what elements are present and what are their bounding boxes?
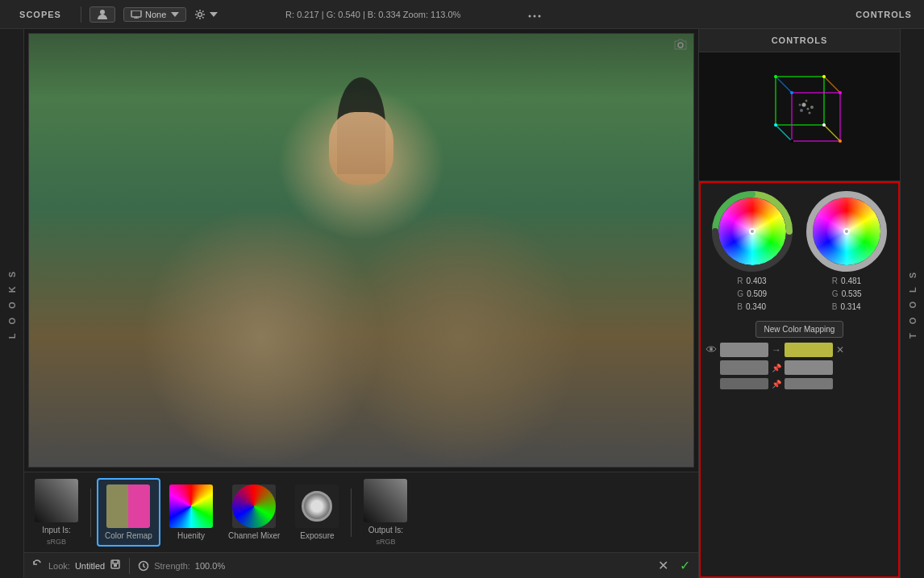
svg-point-3: [529, 15, 531, 17]
strength-prefix: Strength:: [154, 561, 190, 571]
tool-strip: Input Is: sRGB Color Remap Huenity: [24, 472, 698, 552]
tool-huenity[interactable]: Huenity: [163, 480, 219, 545]
svg-rect-1: [131, 10, 141, 17]
exposure-label: Exposure: [300, 531, 334, 540]
rgb-info: R: 0.217 | G: 0.540 | B: 0.334 Zoom: 113…: [226, 10, 520, 19]
eye-icon-1[interactable]: [705, 344, 717, 356]
cube-visualization: [699, 52, 900, 181]
pin-icon-3[interactable]: 📌: [772, 380, 781, 389]
confirm-button[interactable]: ✓: [680, 558, 690, 573]
svg-point-4: [534, 15, 536, 17]
gear-button[interactable]: [194, 9, 218, 20]
channel-mixer-gradient: [232, 484, 276, 528]
cancel-button[interactable]: ✕: [658, 558, 668, 573]
svg-point-6: [678, 43, 683, 48]
color-mapping-panel: R 0.403 G 0.509 B 0.340: [699, 181, 900, 578]
strength-value: 100.0%: [195, 561, 225, 571]
wheel-left-values: R 0.403 G 0.509 B 0.340: [737, 275, 767, 314]
svg-point-19: [790, 91, 793, 94]
tool-color-remap[interactable]: Color Remap: [97, 478, 160, 547]
color-remap-gradient: [106, 484, 150, 528]
color-remap-thumb: [106, 484, 150, 528]
wheel-left-container: R 0.403 G 0.509 B 0.340: [712, 191, 793, 314]
tool-input-is[interactable]: Input Is: sRGB: [28, 474, 85, 551]
3d-cube-svg: [751, 60, 848, 173]
mapping-row-1: → ✕: [701, 341, 898, 359]
from-swatch-2[interactable]: [720, 360, 768, 375]
from-swatch-1[interactable]: [720, 343, 768, 357]
channel-mixer-label: Channel Mixer: [228, 531, 280, 540]
tool-exposure[interactable]: Exposure: [289, 480, 345, 545]
input-is-sublabel: sRGB: [47, 538, 66, 546]
svg-point-5: [539, 15, 541, 17]
svg-point-18: [839, 91, 842, 94]
person-icon-btn[interactable]: [89, 6, 115, 23]
looks-label: L O O K S: [7, 268, 17, 339]
close-icon-1[interactable]: ✕: [836, 344, 844, 356]
viewer-image: [29, 34, 693, 467]
input-is-label: Input Is:: [42, 526, 71, 534]
clock-icon: [138, 560, 149, 572]
mapping-row-2: 📌: [701, 359, 898, 376]
none-button[interactable]: None: [123, 7, 186, 22]
to-swatch-1[interactable]: [785, 343, 833, 357]
image-viewer: [28, 33, 694, 468]
to-swatch-2[interactable]: [785, 360, 833, 375]
svg-point-0: [100, 10, 105, 15]
gear-chevron-icon: [210, 12, 218, 17]
camera-icon[interactable]: [674, 39, 687, 52]
tool-output-is[interactable]: Output Is: sRGB: [357, 474, 414, 551]
scopes-title: SCOPES: [8, 10, 73, 19]
save-icon: [110, 559, 121, 570]
exposure-circle: [302, 491, 332, 522]
color-remap-label: Color Remap: [105, 531, 152, 540]
svg-rect-8: [114, 564, 117, 567]
pin-icon-2[interactable]: 📌: [772, 364, 781, 372]
eye-svg-1: [705, 345, 717, 353]
svg-line-13: [824, 77, 840, 93]
status-right: ✕ ✓: [658, 558, 690, 573]
status-divider: [129, 558, 130, 574]
arrow-icon-1: →: [772, 344, 781, 356]
mapping-row-3: 📌: [701, 376, 898, 391]
huenity-gradient: [169, 484, 213, 528]
huenity-label: Huenity: [177, 531, 205, 540]
tool-channel-mixer[interactable]: Channel Mixer: [222, 480, 286, 545]
svg-point-26: [800, 109, 803, 112]
svg-point-28: [810, 106, 814, 109]
from-swatch-3[interactable]: [720, 378, 768, 389]
svg-point-29: [798, 103, 801, 106]
output-is-sublabel: sRGB: [376, 538, 395, 546]
controls-title: CONTROLS: [851, 10, 916, 19]
wheel-right-values: R 0.481 G 0.535 B 0.314: [832, 275, 862, 314]
svg-point-17: [822, 75, 826, 78]
new-color-mapping-button[interactable]: New Color Mapping: [755, 321, 844, 338]
wheel-left-wrap[interactable]: [712, 191, 793, 272]
to-swatch-3[interactable]: [785, 378, 833, 389]
status-left: Look: Untitled: [32, 558, 650, 574]
top-toolbar: SCOPES None R: 0.217 |: [0, 0, 924, 29]
input-is-gradient: [35, 479, 78, 522]
svg-point-20: [774, 123, 777, 127]
wheel-right-wrap[interactable]: [806, 191, 887, 272]
svg-line-12: [776, 77, 792, 93]
channel-mixer-thumb: [232, 484, 276, 528]
right-controls-panel: CONTROLS: [698, 29, 900, 578]
svg-point-2: [198, 12, 202, 16]
svg-point-30: [808, 111, 810, 114]
svg-point-23: [790, 139, 793, 143]
dots-icon: [528, 14, 541, 19]
monitor-icon: [131, 10, 142, 19]
svg-point-25: [806, 107, 809, 110]
tools-panel: T O O L S: [900, 29, 924, 578]
wheel-left-arc: [712, 191, 793, 272]
svg-point-24: [801, 102, 805, 106]
person-icon: [97, 9, 108, 20]
output-is-thumb: [364, 479, 407, 522]
dots-button[interactable]: [528, 8, 541, 21]
tools-label: T O O L S: [908, 269, 918, 339]
look-name: Untitled: [75, 561, 105, 571]
save-button[interactable]: [110, 559, 121, 572]
svg-point-32: [810, 194, 884, 268]
undo-button[interactable]: [32, 559, 44, 572]
